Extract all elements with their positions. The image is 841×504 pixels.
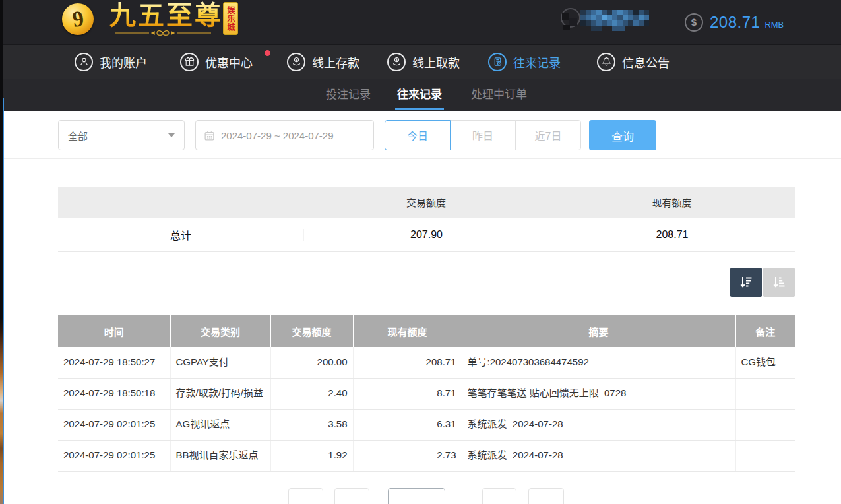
type-select-value: 全部 bbox=[68, 129, 88, 142]
summary-header-balance: 现有额度 bbox=[549, 195, 795, 209]
cell-remark: CG钱包 bbox=[735, 347, 795, 378]
records-table: 时间 交易类别 交易额度 现有额度 摘要 备注 2024-07-29 18:50… bbox=[58, 315, 795, 472]
section-divider bbox=[4, 158, 841, 159]
date-range-input[interactable]: 2024-07-29 ~ 2024-07-29 bbox=[195, 120, 374, 150]
summary-balance-total: 208.71 bbox=[549, 229, 795, 241]
col-header-type: 交易类别 bbox=[170, 315, 270, 347]
nav-item-announcements[interactable]: 信息公告 bbox=[597, 53, 670, 71]
nav-item-promotions[interactable]: 优惠中心 bbox=[180, 53, 253, 71]
nav-item-transactions[interactable]: 往来记录 bbox=[488, 53, 561, 71]
user-icon bbox=[75, 53, 93, 71]
pagination-next-button[interactable] bbox=[482, 488, 516, 504]
cell-type: BB视讯百家乐返点 bbox=[170, 440, 270, 471]
cell-summary: 系统派发_2024-07-28 bbox=[462, 440, 735, 471]
records-table-header: 时间 交易类别 交易额度 现有额度 摘要 备注 bbox=[58, 315, 795, 347]
caret-down-icon bbox=[168, 133, 175, 137]
username-redacted bbox=[558, 5, 656, 35]
cell-amount: 200.00 bbox=[270, 347, 353, 378]
sort-controls bbox=[730, 268, 795, 297]
summary-total-row: 总计 207.90 208.71 bbox=[58, 218, 795, 252]
table-row: 2024-07-29 02:01:25 AG视讯返点 3.58 6.31 系统派… bbox=[58, 409, 795, 440]
summary-total-label: 总计 bbox=[58, 227, 303, 243]
table-row: 2024-07-29 18:50:27 CGPAY支付 200.00 208.7… bbox=[58, 347, 795, 378]
table-row: 2024-07-29 02:01:25 BB视讯百家乐返点 1.92 2.73 … bbox=[58, 440, 795, 471]
table-row: 2024-07-29 18:50:18 存款/取款/打码/损益 2.40 8.7… bbox=[58, 378, 795, 409]
left-rail-blue-line bbox=[3, 98, 4, 504]
pagination-last-button[interactable] bbox=[528, 488, 564, 504]
quick-today-button[interactable]: 今日 bbox=[385, 120, 451, 150]
cell-summary: 系统派发_2024-07-28 bbox=[462, 409, 735, 440]
tab-processing-orders[interactable]: 处理中订单 bbox=[471, 79, 527, 111]
logo-badge: 娱乐城 bbox=[223, 2, 238, 35]
sort-ascending-icon bbox=[771, 274, 787, 290]
withdraw-icon bbox=[387, 53, 406, 71]
bell-icon bbox=[597, 53, 615, 71]
gift-icon bbox=[180, 53, 199, 71]
cell-balance: 6.31 bbox=[353, 409, 462, 440]
cell-summary: 笔笔存笔笔送 贴心回馈无上限_0728 bbox=[462, 378, 735, 409]
col-header-summary: 摘要 bbox=[462, 315, 735, 347]
balance-currency: RMB bbox=[764, 20, 784, 30]
brand-name: 九五至尊 bbox=[109, 1, 223, 30]
summary-header-transaction: 交易额度 bbox=[303, 195, 549, 209]
type-select[interactable]: 全部 bbox=[58, 120, 185, 150]
cell-type: 存款/取款/打码/损益 bbox=[170, 378, 270, 409]
cell-remark bbox=[735, 440, 795, 471]
quick-7days-button[interactable]: 近7日 bbox=[515, 120, 581, 150]
cell-time: 2024-07-29 18:50:18 bbox=[58, 378, 170, 409]
summary-transaction-total: 207.90 bbox=[303, 229, 549, 241]
record-tabs: 投注记录 往来记录 处理中订单 bbox=[0, 79, 841, 111]
search-button[interactable]: 查询 bbox=[589, 120, 656, 150]
nav-item-withdraw[interactable]: 线上取款 bbox=[387, 53, 460, 71]
cell-time: 2024-07-29 02:01:25 bbox=[58, 440, 170, 471]
col-header-time: 时间 bbox=[58, 315, 170, 347]
cell-type: AG视讯返点 bbox=[170, 409, 270, 440]
cell-summary: 单号:202407303684474592 bbox=[462, 347, 735, 378]
cell-time: 2024-07-29 18:50:27 bbox=[58, 347, 170, 378]
dollar-coin-icon: $ bbox=[685, 13, 703, 32]
cell-remark bbox=[735, 409, 795, 440]
cell-type: CGPAY支付 bbox=[170, 347, 270, 378]
cell-time: 2024-07-29 02:01:25 bbox=[58, 409, 170, 440]
quick-range-group: 今日 昨日 近7日 bbox=[385, 120, 581, 150]
sort-ascending-button[interactable] bbox=[763, 268, 795, 297]
transaction-records-page: 9 九五至尊 娱乐城 bbox=[0, 0, 841, 504]
notification-dot bbox=[265, 50, 270, 56]
sort-descending-button[interactable] bbox=[730, 268, 762, 297]
cell-amount: 1.92 bbox=[270, 440, 353, 471]
tab-bet-records[interactable]: 投注记录 bbox=[326, 79, 371, 111]
col-header-balance: 现有额度 bbox=[353, 315, 462, 347]
cell-balance: 2.73 bbox=[353, 440, 462, 471]
top-header: 9 九五至尊 娱乐城 bbox=[0, 0, 841, 44]
logo-emblem-icon: 9 bbox=[62, 3, 94, 35]
calendar-icon bbox=[204, 130, 215, 141]
pagination-first-button[interactable] bbox=[288, 488, 323, 504]
balance: $ 208.71 RMB bbox=[685, 0, 784, 44]
col-header-amount: 交易额度 bbox=[270, 315, 353, 347]
col-header-remark: 备注 bbox=[735, 315, 795, 347]
logo-flourish-icon bbox=[113, 28, 212, 36]
cell-balance: 208.71 bbox=[353, 347, 462, 378]
main-nav: 我的账户 优惠中心 线上存款 bbox=[0, 44, 841, 79]
quick-yesterday-button[interactable]: 昨日 bbox=[450, 120, 516, 150]
records-icon bbox=[488, 53, 507, 71]
tab-transaction-records[interactable]: 往来记录 bbox=[397, 79, 442, 111]
summary-header-row: 交易额度 现有额度 bbox=[58, 187, 795, 218]
nav-item-deposit[interactable]: 线上存款 bbox=[287, 53, 359, 71]
cell-amount: 3.58 bbox=[270, 409, 353, 440]
pagination-current-page[interactable] bbox=[388, 488, 445, 504]
cell-amount: 2.40 bbox=[270, 378, 353, 409]
cell-balance: 8.71 bbox=[353, 378, 462, 409]
pagination-prev-button[interactable] bbox=[334, 488, 369, 504]
summary-table: 交易额度 现有额度 总计 207.90 208.71 bbox=[58, 187, 795, 252]
balance-amount: 208.71 bbox=[710, 13, 760, 32]
nav-item-my-account[interactable]: 我的账户 bbox=[75, 53, 147, 71]
deposit-icon bbox=[287, 53, 305, 71]
cell-remark bbox=[735, 378, 795, 409]
user-info[interactable] bbox=[558, 5, 656, 35]
date-range-value: 2024-07-29 ~ 2024-07-29 bbox=[221, 130, 334, 141]
sort-descending-icon bbox=[738, 274, 754, 290]
